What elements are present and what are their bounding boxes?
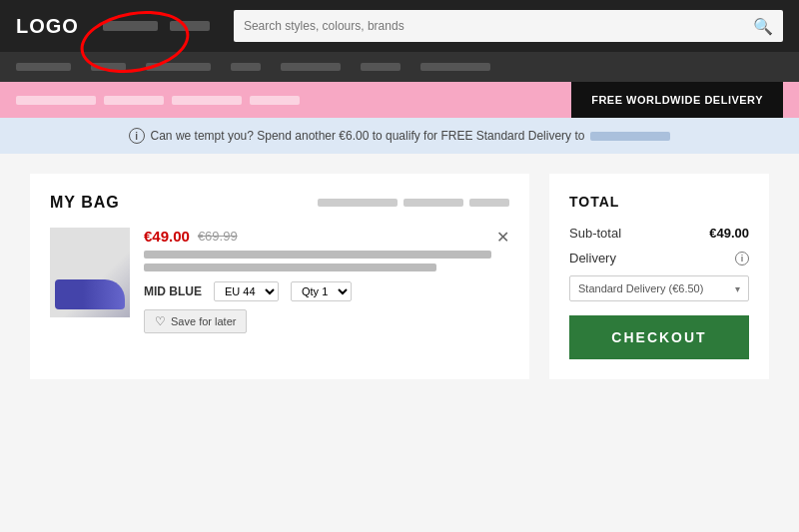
sub-nav-brands[interactable]	[146, 63, 211, 71]
checkout-button[interactable]: CHECKOUT	[569, 315, 749, 359]
bag-title-extras	[318, 199, 509, 207]
subtotal-value: €49.00	[709, 226, 749, 241]
header-nav-item-2[interactable]	[170, 21, 210, 31]
bag-section: MY BAG €49.00 €69.99	[30, 174, 529, 379]
search-input[interactable]	[244, 19, 753, 33]
delivery-info-bar: i Can we tempt you? Spend another €6.00 …	[0, 118, 799, 154]
bag-header: MY BAG	[50, 194, 509, 212]
item-image	[50, 228, 130, 317]
sub-nav-sale[interactable]	[231, 63, 261, 71]
sub-nav-activewear[interactable]	[420, 63, 490, 71]
qty-select[interactable]: Qty 1	[291, 281, 352, 301]
bag-meta-block-3	[469, 199, 509, 207]
delivery-info-icon: i	[735, 252, 749, 266]
sub-nav-women[interactable]	[16, 63, 71, 71]
size-select[interactable]: EU 44	[214, 281, 279, 301]
sub-header-nav	[0, 52, 799, 82]
sub-nav-men[interactable]	[91, 63, 126, 71]
item-price: €49.00 €69.99	[144, 228, 509, 245]
bag-meta-block-1	[318, 199, 398, 207]
save-later-label: Save for later	[171, 315, 236, 327]
header-nav-item-1[interactable]	[103, 21, 158, 31]
delivery-option-label: Standard Delivery (€6.50)	[578, 282, 703, 294]
subtotal-row: Sub-total €49.00	[569, 226, 749, 241]
search-bar[interactable]: 🔍	[234, 10, 783, 42]
sub-nav-denim[interactable]	[361, 63, 400, 71]
shoe-image	[55, 279, 125, 309]
item-name	[144, 251, 509, 271]
total-section: TOTAL Sub-total €49.00 Delivery i Standa…	[549, 174, 769, 379]
delivery-badge: FREE WORLDWIDE DELIVERY	[571, 82, 783, 118]
search-icon[interactable]: 🔍	[753, 17, 773, 36]
subtotal-label: Sub-total	[569, 226, 621, 241]
header: LOGO 🔍	[0, 0, 799, 52]
item-options: MID BLUE EU 44 Qty 1	[144, 281, 509, 301]
promo-text	[16, 96, 300, 105]
item-name-block-1	[144, 251, 491, 259]
main-content: MY BAG €49.00 €69.99	[0, 154, 799, 399]
info-icon: i	[129, 128, 145, 144]
bag-meta-block-2	[403, 199, 463, 207]
delivery-destination	[590, 132, 670, 141]
delivery-option-select[interactable]: Standard Delivery (€6.50) ▾	[569, 275, 749, 301]
heart-icon: ♡	[155, 314, 166, 328]
delivery-label: Delivery	[569, 251, 616, 266]
promo-block-2	[104, 96, 164, 105]
total-title: TOTAL	[569, 194, 749, 210]
bag-item: €49.00 €69.99 MID BLUE EU 44 Qty 1	[50, 228, 509, 343]
save-for-later-button[interactable]: ♡ Save for later	[144, 309, 247, 333]
price-current: €49.00	[144, 228, 190, 245]
chevron-down-icon: ▾	[735, 283, 740, 294]
remove-item-button[interactable]: ✕	[496, 228, 509, 247]
promo-block-3	[172, 96, 242, 105]
price-original: €69.99	[198, 229, 238, 244]
promo-bar: FREE WORLDWIDE DELIVERY	[0, 82, 799, 118]
bag-title-text: MY BAG	[50, 194, 120, 212]
promo-block-4	[250, 96, 300, 105]
item-color: MID BLUE	[144, 284, 202, 298]
delivery-message: Can we tempt you? Spend another €6.00 to…	[151, 129, 585, 143]
header-nav	[103, 21, 210, 31]
item-name-block-2	[144, 264, 436, 271]
logo: LOGO	[16, 15, 79, 38]
promo-block-1	[16, 96, 96, 105]
sub-nav-trending[interactable]	[281, 63, 341, 71]
delivery-row: Delivery i	[569, 251, 749, 266]
item-details: €49.00 €69.99 MID BLUE EU 44 Qty 1	[144, 228, 509, 333]
